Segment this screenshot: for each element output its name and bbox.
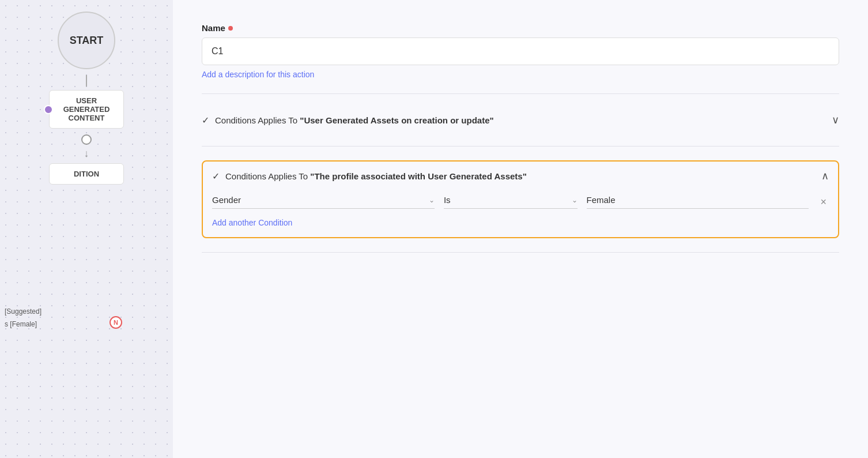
name-field-group: Name C1 Add a description for this actio… — [202, 23, 839, 80]
checkmark-icon-2: ✓ — [212, 171, 220, 182]
name-input[interactable]: C1 — [202, 37, 839, 65]
chevron-up-icon-2: ∧ — [821, 170, 829, 182]
condition-value: Female — [587, 195, 809, 209]
field-selector[interactable]: Gender ⌄ — [212, 195, 435, 209]
condition-title-2: Conditions Applies To "The profile assoc… — [225, 171, 527, 181]
ugc-node-dot — [44, 105, 53, 114]
divider-2 — [202, 146, 839, 147]
start-label: START — [70, 35, 104, 47]
divider-1 — [202, 93, 839, 94]
condition-header-left-2: ✓ Conditions Applies To "The profile ass… — [212, 171, 527, 182]
remove-condition-button[interactable]: × — [818, 196, 829, 208]
condition-section-2-active: ✓ Conditions Applies To "The profile ass… — [202, 160, 839, 238]
flow-connector-1: USER GENERATED CONTENT ↓ DITION — [49, 75, 124, 188]
operator-chevron-icon: ⌄ — [572, 196, 578, 204]
condition-header-1[interactable]: ✓ Conditions Applies To "User Generated … — [202, 108, 839, 132]
condition-row-1: Gender ⌄ Is ⌄ Female × — [212, 195, 829, 209]
condition-node-label: DITION — [74, 170, 99, 178]
divider-3 — [202, 252, 839, 253]
add-description-link[interactable]: Add a description for this action — [202, 70, 314, 79]
n-badge: N — [110, 316, 122, 329]
chevron-down-icon-1: ∨ — [832, 114, 839, 126]
field-chevron-icon: ⌄ — [429, 196, 435, 204]
operator-selector[interactable]: Is ⌄ — [444, 195, 578, 209]
operator-value: Is — [444, 195, 569, 205]
left-side-items: [Suggested] s [Female] — [5, 306, 41, 331]
condition-section-1: ✓ Conditions Applies To "User Generated … — [202, 108, 839, 132]
ugc-node-label: USER GENERATED CONTENT — [63, 96, 110, 122]
condition-header-left-1: ✓ Conditions Applies To "User Generated … — [202, 115, 494, 126]
required-dot — [228, 26, 233, 31]
condition-title-1: Conditions Applies To "User Generated As… — [215, 115, 494, 125]
flow-arrow-1: ↓ — [84, 148, 89, 159]
suggested-label: [Suggested] — [5, 306, 41, 318]
field-value: Gender — [212, 195, 427, 205]
start-node: START — [58, 12, 115, 69]
form-panel: Name C1 Add a description for this actio… — [173, 0, 868, 458]
condition-header-2[interactable]: ✓ Conditions Applies To "The profile ass… — [212, 162, 829, 188]
ugc-node: USER GENERATED CONTENT — [49, 90, 124, 129]
add-condition-link[interactable]: Add another Condition — [212, 218, 292, 227]
flow-diagram-panel: START USER GENERATED CONTENT ↓ DITION [S… — [0, 0, 173, 458]
checkmark-icon-1: ✓ — [202, 115, 209, 126]
female-label: s [Female] — [5, 318, 41, 331]
condition-node: DITION — [49, 163, 124, 185]
name-label: Name — [202, 23, 839, 33]
flow-line-1 — [86, 75, 87, 87]
flow-circle-1 — [81, 134, 92, 145]
